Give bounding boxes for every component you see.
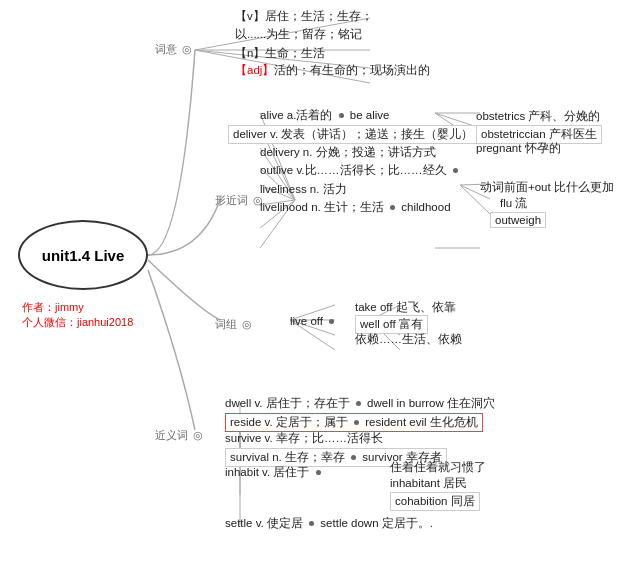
deliver-node: deliver v. 发表（讲话）；递送；接生（婴儿）	[228, 125, 489, 144]
rely-node: 依赖……生活、依赖	[355, 332, 462, 347]
take-off-node: take off 起飞、依靠	[355, 300, 456, 315]
inhabit-habit-node: 住着住着就习惯了	[390, 460, 486, 475]
outweigh-node: outweigh	[490, 212, 546, 228]
delivery-node: delivery n. 分娩；投递；讲话方式	[260, 145, 436, 160]
alive-node: alive a.活着的 be alive	[260, 108, 389, 123]
live-off-node: live off	[290, 315, 337, 327]
author-name: 作者：jimmy	[22, 300, 133, 315]
inhabit-node: inhabit v. 居住于	[225, 465, 324, 480]
ciyì-node-4: 【adj】活的；有生命的；现场演出的	[235, 63, 430, 78]
settle-node: settle v. 使定居 settle down 定居于。.	[225, 516, 433, 531]
ciyì-node-2: 以......为生；留存；铭记	[235, 27, 362, 42]
cohabition-node: cohabition 同居	[390, 492, 480, 511]
dwell-node: dwell v. 居住于；存在于 dwell in burrow 住在洞穴	[225, 396, 495, 411]
center-title: unit1.4 Live	[42, 247, 125, 264]
author-box: 作者：jimmy 个人微信：jianhui2018	[22, 300, 133, 330]
branch-xingjinci: 形近词 ◎	[215, 193, 263, 208]
flu-node: flu 流	[500, 196, 527, 211]
ciyì-node-3: 【n】生命；生活	[235, 46, 325, 61]
livelihood-node: livelihood n. 生计；生活 childhood	[260, 200, 451, 215]
out-prefix-node: 动词前面+out 比什么更加	[480, 180, 614, 195]
mind-map: unit1.4 Live 作者：jimmy 个人微信：jianhui2018 词…	[0, 0, 640, 563]
outlive-node: outlive v.比……活得长；比……经久	[260, 163, 461, 178]
author-wechat: 个人微信：jianhui2018	[22, 315, 133, 330]
survive-node: survive v. 幸存；比……活得长	[225, 431, 383, 446]
ciyì-node-1: 【v】居住；生活；生存；	[235, 9, 373, 24]
branch-cizu: 词组 ◎	[215, 317, 252, 332]
liveliness-node: liveliness n. 活力	[260, 182, 347, 197]
branch-jinyici: 近义词 ◎	[155, 428, 203, 443]
reside-node: reside v. 定居于；属于 resident evil 生化危机	[225, 413, 483, 432]
branch-ciyì: 词意 ◎	[155, 42, 192, 57]
pregnant-node: pregnant 怀孕的	[476, 141, 561, 156]
center-node: unit1.4 Live	[18, 220, 148, 290]
inhabitant-node: inhabitant 居民	[390, 476, 467, 491]
obstetrics-node: obstetrics 产科、分娩的	[476, 109, 600, 124]
